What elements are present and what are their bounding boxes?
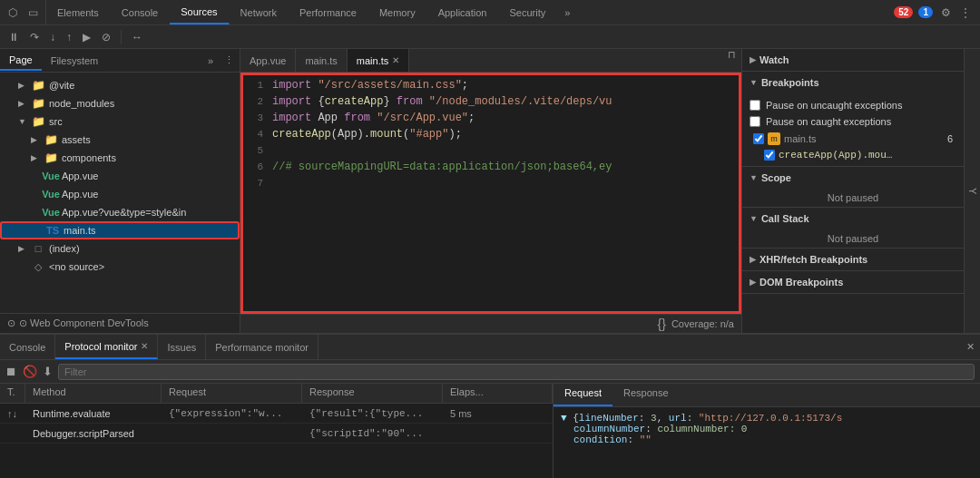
close-bottom-panel-button[interactable]: ✕ [961, 341, 980, 353]
settings-icon[interactable]: ⚙ [938, 5, 953, 20]
pause-icon[interactable]: ⏸ [4, 31, 24, 44]
scope-section-header[interactable]: ▼ Scope [742, 167, 964, 189]
block-icon[interactable]: 🚫 [23, 365, 37, 378]
tab-close-button[interactable]: ✕ [392, 55, 399, 65]
tree-label: components [62, 152, 116, 163]
bp-expand-checkbox[interactable] [764, 150, 775, 161]
tree-item-app-vue-1[interactable]: Vue App.vue [0, 167, 240, 185]
th-elapsed: Elaps... [443, 384, 553, 403]
sidebar-tab-page[interactable]: Page [0, 51, 42, 71]
tab-security[interactable]: Security [498, 0, 557, 24]
sidebar-tab-filesystem[interactable]: Filesystem [42, 52, 108, 70]
dom-label: DOM Breakpoints [760, 277, 843, 288]
tab-application[interactable]: Application [427, 0, 499, 24]
call-stack-section-header[interactable]: ▼ Call Stack [742, 208, 964, 229]
breakpoints-section-header[interactable]: ▼ Breakpoints [742, 72, 964, 93]
tab-console[interactable]: Console [111, 0, 170, 24]
pause-uncaught-label: Pause on uncaught exceptions [766, 100, 902, 111]
xhr-section-header[interactable]: ▶ XHR/fetch Breakpoints [742, 249, 964, 270]
code-editor: 1 import "/src/assets/main.css"; 2 impor… [240, 73, 741, 314]
tree-item-index[interactable]: ▶ □ (index) [0, 239, 240, 258]
table-row[interactable]: Debugger.scriptParsed {"scriptId":"90"..… [0, 424, 553, 444]
tree-item-src[interactable]: ▼ 📁 src [0, 112, 240, 131]
tree-item-app-vue-2[interactable]: Vue App.vue [0, 185, 240, 203]
folder-icon: 📁 [44, 132, 58, 147]
call-stack-section: ▼ Call Stack Not paused [742, 208, 964, 249]
tab-elements[interactable]: Elements [46, 0, 111, 24]
tab-sources[interactable]: Sources [170, 0, 229, 24]
tree-item-components[interactable]: ▶ 📁 components [0, 149, 240, 167]
coverage-label: Coverage: n/a [671, 318, 734, 329]
folder-icon: 📁 [44, 151, 58, 165]
bottom-tabs: Console Protocol monitor ✕ Issues Perfor… [0, 335, 980, 360]
step-out-icon[interactable]: ↑ [62, 31, 76, 44]
tree-arrow: ▶ [31, 135, 44, 144]
bottom-tab-protocol-monitor[interactable]: Protocol monitor ✕ [55, 335, 158, 359]
watch-label: Watch [760, 54, 789, 65]
step-into-icon[interactable]: ↓ [45, 31, 60, 44]
code-footer: {} Coverage: n/a [240, 314, 741, 333]
response-tab[interactable]: Response [612, 384, 680, 406]
tree-label: src [49, 116, 63, 127]
filter-input[interactable] [58, 364, 975, 380]
col-num-val: columnNumber: 0 [657, 424, 747, 434]
tab-label: Console [9, 342, 45, 353]
more-icon[interactable]: ⋮ [958, 5, 973, 20]
table-row[interactable]: ↑↓ Runtime.evaluate {"expression":"w... … [0, 404, 553, 424]
cell-request: {"expression":"w... [162, 406, 302, 421]
pause-uncaught-checkbox[interactable] [750, 100, 760, 111]
bp-item-checkbox[interactable] [753, 133, 764, 144]
code-line-2: 2 import {createApp} from "/node_modules… [243, 95, 739, 112]
mobile-icon[interactable]: ▭ [25, 5, 40, 20]
tree-item-main-ts[interactable]: TS main.ts [0, 221, 240, 239]
bottom-content: T. Method Request Response Elaps... ↑↓ R… [0, 384, 980, 478]
request-tab[interactable]: Request [554, 384, 612, 406]
tree-item-assets[interactable]: ▶ 📁 assets [0, 131, 240, 149]
tab-label: Issues [167, 342, 196, 353]
resume-icon[interactable]: ▶ [78, 31, 95, 44]
deactivate-icon[interactable]: ⊘ [97, 31, 115, 44]
tab-network[interactable]: Network [230, 0, 289, 24]
tab-memory[interactable]: Memory [368, 0, 427, 24]
dom-section-header[interactable]: ▶ DOM Breakpoints [742, 271, 964, 293]
stop-icon[interactable]: ⏹ [5, 365, 17, 378]
bottom-tab-issues[interactable]: Issues [158, 335, 206, 359]
code-tab-app-vue[interactable]: App.vue [240, 49, 296, 72]
pause-caught-row: Pause on caught exceptions [750, 113, 956, 130]
tree-item-app-vue-style[interactable]: Vue App.vue?vue&type=style&in [0, 203, 240, 221]
folder-icon: 📁 [31, 114, 45, 129]
tree-item-vite[interactable]: ▶ 📁 @vite [0, 76, 240, 94]
tree-arrow: ▶ [18, 99, 31, 108]
watch-section-header[interactable]: ▶ Watch [742, 49, 964, 71]
cursor-icon[interactable]: ⬡ [5, 5, 20, 20]
code-tab-main-ts-2[interactable]: main.ts ✕ [348, 49, 409, 72]
cell-method: Debugger.scriptParsed [25, 426, 162, 441]
sidebar-bottom[interactable]: ⊙ ⊙ Web Component DevTools [0, 313, 240, 333]
more-tabs-button[interactable]: » [557, 0, 577, 24]
sidebar-more-button[interactable]: » [202, 55, 219, 66]
request-column-number: columnNumber: columnNumber: 0 [561, 424, 747, 434]
sidebar-menu-button[interactable]: ⋮ [219, 54, 240, 66]
tree-arrow: ▶ [31, 153, 44, 162]
step-over-icon[interactable]: ↷ [25, 31, 44, 44]
bottom-tab-console[interactable]: Console [0, 335, 55, 359]
tree-label: main.ts [64, 225, 95, 236]
code-line-1: 1 import "/src/assets/main.css"; [243, 79, 739, 95]
tab-close-icon[interactable]: ✕ [141, 341, 148, 351]
line-number: 1 [243, 79, 272, 91]
tree-item-no-source[interactable]: ◇ <no source> [0, 258, 240, 276]
line-number: 7 [243, 177, 272, 189]
bottom-tab-perf-monitor[interactable]: Performance monitor [206, 335, 318, 359]
tab-pin-button[interactable]: ⊓ [722, 49, 741, 72]
download-icon[interactable]: ⬇ [43, 365, 53, 378]
y-button[interactable]: Y [964, 49, 980, 333]
tree-item-node-modules[interactable]: ▶ 📁 node_modules [0, 94, 240, 112]
tab-performance[interactable]: Performance [289, 0, 368, 24]
bp-expand-fn-label: createApp(App).mou… [779, 150, 892, 161]
xhr-arrow-icon: ▶ [750, 255, 756, 264]
pause-caught-checkbox[interactable] [750, 116, 760, 127]
pretty-print-button[interactable]: {} [652, 317, 671, 331]
code-tab-main-ts-1[interactable]: main.ts [296, 49, 347, 72]
expand-icon[interactable]: ↔ [127, 31, 147, 44]
bottom-left-panel: T. Method Request Response Elaps... ↑↓ R… [0, 384, 554, 478]
